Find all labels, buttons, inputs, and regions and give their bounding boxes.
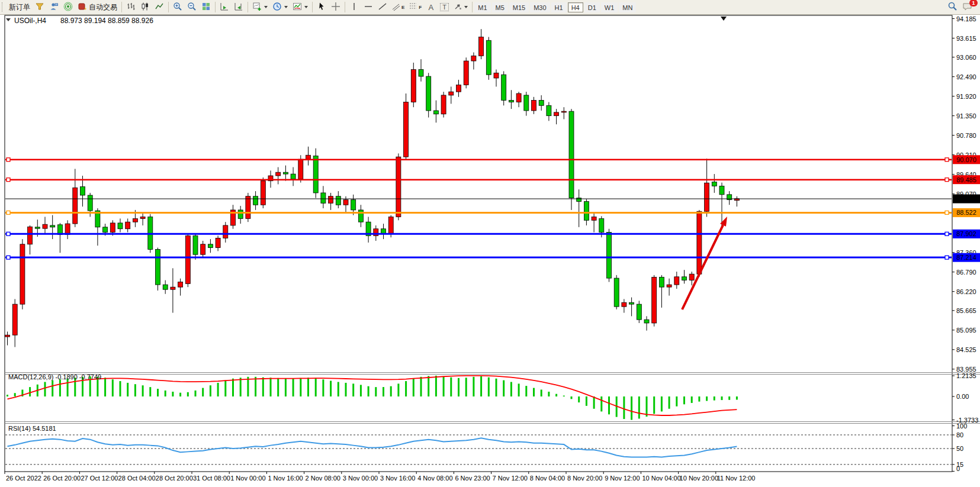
terminal-button[interactable] bbox=[47, 1, 61, 14]
candle-bearish bbox=[599, 218, 604, 232]
hline-handle[interactable] bbox=[7, 158, 10, 162]
text-label-tool-button[interactable]: T bbox=[438, 1, 451, 14]
text-label-tool-label: T bbox=[440, 3, 449, 11]
notification-badge: 1 bbox=[969, 0, 978, 7]
timeframe-M15[interactable]: M15 bbox=[509, 2, 529, 12]
timeframe-M1[interactable]: M1 bbox=[474, 2, 490, 12]
fibonacci-badge: F bbox=[419, 5, 422, 10]
funnel-icon bbox=[35, 2, 44, 13]
bar-chart-mode-button[interactable] bbox=[124, 1, 138, 14]
macd-histogram-bar bbox=[59, 379, 61, 396]
svg-text:87.214: 87.214 bbox=[956, 254, 976, 261]
fibonacci-tool-button[interactable]: F bbox=[407, 1, 424, 14]
hline-handle[interactable] bbox=[945, 256, 949, 259]
macd-histogram-bar bbox=[669, 396, 670, 409]
timeframes-menu-button[interactable] bbox=[270, 1, 290, 14]
hline-tool-button[interactable] bbox=[361, 1, 375, 14]
person-icon bbox=[49, 2, 59, 13]
hline-handle[interactable] bbox=[7, 256, 10, 259]
macd-histogram-bar bbox=[586, 396, 587, 406]
price-tick-label: 94.185 bbox=[956, 15, 976, 22]
notifications-button[interactable]: 1 bbox=[960, 1, 975, 14]
chart-window[interactable]: 94.18593.61593.06092.49091.92091.35090.7… bbox=[0, 0, 980, 487]
price-tick-label: 92.490 bbox=[956, 73, 976, 80]
timeframe-W1[interactable]: W1 bbox=[601, 2, 618, 12]
macd-axis-label: 1.2135 bbox=[956, 372, 976, 379]
signal-icon bbox=[63, 2, 73, 13]
candle-bullish bbox=[388, 217, 393, 234]
macd-histogram-bar bbox=[698, 396, 700, 402]
candle-bearish bbox=[283, 172, 288, 174]
clock-icon bbox=[272, 2, 282, 13]
line-chart-mode-button[interactable] bbox=[152, 1, 166, 14]
timeframe-H4[interactable]: H4 bbox=[568, 2, 583, 12]
timeframe-MN[interactable]: MN bbox=[619, 2, 636, 12]
macd-histogram-bar bbox=[165, 391, 166, 396]
time-tick-label: 7 Nov 12:00 bbox=[493, 475, 528, 482]
text-tool-button[interactable]: A bbox=[424, 1, 438, 14]
hline-handle[interactable] bbox=[945, 211, 949, 214]
zoom-in-button[interactable] bbox=[171, 1, 185, 14]
chevron-down-icon bbox=[264, 6, 268, 8]
candle-bearish bbox=[607, 233, 612, 279]
price-axis[interactable]: 94.18593.61593.06092.49091.92091.35090.7… bbox=[952, 15, 976, 373]
vline-tool-button[interactable] bbox=[347, 1, 361, 14]
candle-bullish bbox=[246, 196, 250, 219]
macd-histogram-bar bbox=[217, 383, 219, 396]
time-tick-label: 11 Nov 12:00 bbox=[717, 475, 756, 482]
auto-trading-button[interactable]: 自动交易 bbox=[75, 1, 120, 14]
price-tick-label: 86.220 bbox=[956, 288, 976, 295]
macd-histogram-bar bbox=[443, 376, 445, 396]
candlestick-mode-button[interactable] bbox=[138, 1, 152, 14]
candle-bearish bbox=[719, 186, 724, 194]
time-tick-label: 2 Nov 08:00 bbox=[306, 475, 340, 482]
macd-histogram-bar bbox=[578, 396, 580, 402]
timeframe-M30[interactable]: M30 bbox=[530, 2, 550, 12]
hline-handle[interactable] bbox=[945, 232, 949, 236]
market-watch-button[interactable] bbox=[33, 1, 47, 14]
indicators-menu-button[interactable] bbox=[290, 1, 310, 14]
timeframe-M5[interactable]: M5 bbox=[492, 2, 508, 12]
hline-handle[interactable] bbox=[945, 158, 949, 162]
candle-bearish bbox=[637, 304, 641, 320]
tile-windows-button[interactable] bbox=[199, 1, 213, 14]
candle-bullish bbox=[12, 304, 17, 335]
hline-handle[interactable] bbox=[7, 178, 10, 182]
candle-bullish bbox=[306, 155, 311, 159]
macd-histogram-bar bbox=[262, 378, 264, 396]
trendline-tool-button[interactable] bbox=[375, 1, 390, 14]
macd-histogram-bar bbox=[338, 382, 339, 396]
macd-histogram-bar bbox=[7, 395, 8, 396]
timeframe-H1[interactable]: H1 bbox=[551, 2, 567, 12]
arrows-tool-button[interactable] bbox=[451, 1, 470, 14]
price-tick-label: 93.615 bbox=[956, 35, 976, 42]
new-chart-button[interactable] bbox=[250, 1, 270, 14]
signal-button[interactable] bbox=[61, 1, 75, 14]
macd-histogram-bar bbox=[541, 389, 542, 396]
chart-plot-area[interactable] bbox=[5, 15, 952, 472]
zoom-out-button[interactable] bbox=[185, 1, 199, 14]
candle-bullish bbox=[471, 56, 476, 61]
chart-title-ohlc: 88.973 89.194 88.859 88.926 bbox=[60, 17, 153, 25]
timeframe-D1[interactable]: D1 bbox=[584, 2, 600, 12]
macd-histogram-bar bbox=[127, 383, 128, 396]
channel-tool-button[interactable]: E bbox=[390, 1, 407, 14]
macd-histogram-bar bbox=[322, 379, 324, 396]
macd-histogram-bar bbox=[608, 396, 610, 414]
chart-shift-button[interactable] bbox=[232, 1, 246, 14]
new-order-button[interactable]: 新订单 bbox=[7, 1, 33, 14]
toolbar-separator bbox=[312, 2, 313, 12]
macd-histogram-bar bbox=[721, 396, 723, 400]
time-axis[interactable]: 26 Oct 202226 Oct 20:0027 Oct 12:0028 Oc… bbox=[5, 472, 755, 482]
hline-handle[interactable] bbox=[945, 178, 949, 182]
hline-handle[interactable] bbox=[7, 211, 10, 214]
candle-bullish bbox=[554, 112, 559, 116]
candle-bullish bbox=[561, 111, 566, 112]
auto-scroll-button[interactable] bbox=[217, 1, 232, 14]
hline-handle[interactable] bbox=[7, 232, 10, 236]
search-button[interactable] bbox=[945, 1, 960, 14]
cursor-tool-button[interactable] bbox=[314, 1, 329, 14]
candle-bearish bbox=[712, 182, 716, 186]
crosshair-tool-button[interactable] bbox=[329, 1, 343, 14]
time-tick-label: 3 Nov 00:00 bbox=[343, 475, 378, 482]
